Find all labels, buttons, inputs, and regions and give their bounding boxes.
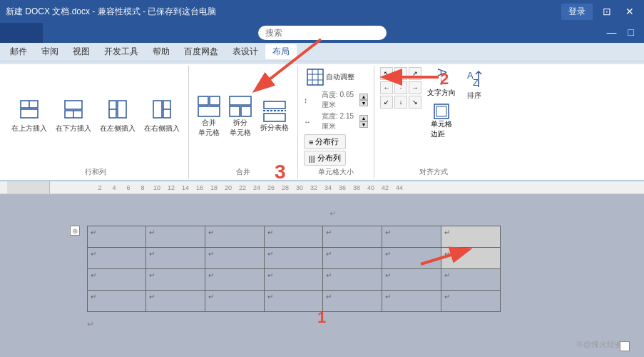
table-cell[interactable]: ↵ [382,269,441,291]
ruler-mark: 42 [378,184,392,191]
title-bar: 新建 DOCX 文档.docx - 兼容性模式 - 已保存到这台电脑 登录 ⊡ … [0,0,644,23]
size-controls: ↕ 高度: 0.65 厘米 ▲ ▼ ↔ 宽度: 2.15 厘米 ▲ ▼ [304,90,368,131]
table-cell[interactable]: ↵ [205,291,264,312]
search-input[interactable] [258,26,387,40]
split-table-button[interactable]: 拆分表格 [257,99,292,134]
table-cell-highlighted[interactable]: ↵ [441,226,500,248]
bottom-bar [620,341,630,351]
height-up-button[interactable]: ▲ [359,94,368,100]
menu-mail[interactable]: 邮件 [3,44,34,59]
close-button[interactable]: ✕ [621,4,638,19]
insert-below-button[interactable]: 在下方插入 [53,98,94,135]
table-cell[interactable]: ↵ [146,291,205,312]
svg-rect-3 [65,101,82,109]
auto-adjust-label: 自动调整 [326,72,354,82]
table-cell[interactable]: ↵ [323,291,382,312]
menu-table-design[interactable]: 表设计 [225,44,265,59]
insert-above-button[interactable]: 在上方插入 [9,98,50,135]
text-direction-button[interactable]: A→ 文字方向 [426,67,457,99]
height-down-button[interactable]: ▼ [359,100,368,106]
menu-review[interactable]: 审阅 [34,44,66,59]
table-cell[interactable]: ↵ [323,248,382,269]
sort-label: 排序 [467,91,481,101]
align-bottom-right-button[interactable]: ↘ [409,96,421,109]
width-down-button[interactable]: ▼ [359,121,368,128]
align-middle-center-button[interactable]: · [394,81,407,94]
table-cell[interactable]: ↵ [146,226,205,248]
menu-help[interactable]: 帮助 [145,44,177,59]
table-cell[interactable]: ↵ [205,226,264,248]
ruler-mark: 18 [207,184,221,191]
table-cell[interactable]: ↵ [441,269,500,291]
table-cell[interactable]: ↵ [146,269,205,291]
width-label: 宽度: 2.15 厘米 [322,111,357,131]
insert-right-label: 在右侧插入 [144,124,180,134]
align-middle-left-button[interactable]: ← [380,81,393,94]
cell-margin-button[interactable]: 单元格边距 [426,102,457,141]
merge-cells-label: 合并单元格 [198,118,220,138]
table-cell[interactable]: ↵ [205,248,264,269]
merge-cells-button[interactable]: 合并单元格 [195,94,223,139]
distribute-row-button[interactable]: ≡ 分布行 [304,134,346,149]
table-cell[interactable]: ↵ [323,269,382,291]
svg-rect-27 [436,106,446,116]
corner-checkbox[interactable] [620,341,630,351]
menu-baidu[interactable]: 百度网盘 [177,44,225,59]
ribbon-group-cell-size: 自动调整 ↕ 高度: 0.65 厘米 ▲ ▼ ↔ 宽度: 2.15 厘米 [298,66,374,178]
ruler-mark: 36 [335,184,349,191]
table-cell[interactable]: ↵ [87,226,146,248]
auto-adjust-button[interactable]: 自动调整 [304,67,357,87]
menu-view[interactable]: 视图 [66,44,97,59]
svg-text:Z: Z [473,77,479,88]
table-cell[interactable]: ↵ [87,291,146,312]
align-top-center-button[interactable]: ↑ [394,67,407,80]
ruler-mark: 6 [121,184,136,191]
table-cell[interactable]: ↵ [382,291,441,312]
table-cell[interactable]: ↵ [264,291,323,312]
table-cell[interactable]: ↵ [264,248,323,269]
distribute-col-button[interactable]: ||| 分布列 [304,151,346,166]
insert-left-button[interactable]: 在左侧插入 [97,98,138,135]
distribute-col-label: 分布列 [317,153,341,164]
svg-rect-12 [198,96,208,105]
ribbon-group-align: ↖ ↑ ↗ ← · → ↙ ↓ ↘ A→ 文字方向 [374,66,493,178]
table-cell[interactable]: ↵ [264,269,323,291]
ruler-mark: 30 [292,184,307,191]
ribbon: 在上方插入 在下方插入 [0,61,644,181]
table-cell[interactable]: ↵ [205,269,264,291]
align-middle-right-button[interactable]: → [409,81,421,94]
table-cell[interactable]: ↵ [323,226,382,248]
align-top-right-button[interactable]: ↗ [409,67,421,80]
table-cell[interactable]: ↵ [382,226,441,248]
minimize-button[interactable]: — [603,25,621,39]
maximize-button[interactable]: □ [624,25,638,39]
menu-bar: 邮件 审阅 视图 开发工具 帮助 百度网盘 表设计 布局 [0,43,644,61]
svg-rect-9 [153,101,162,118]
align-bottom-left-button[interactable]: ↙ [380,96,393,109]
table-cell[interactable]: ↵ [87,248,146,269]
paragraph-mark-below: ↵ [87,319,94,329]
table-move-handle[interactable]: ⊕ [70,226,80,236]
table-cell[interactable]: ↵ [146,248,205,269]
document-area[interactable]: ↵ ⊕ ↵ ↵ ↵ ↵ ↵ ↵ ↵ ↵ ↵ ↵ ↵ [0,194,644,357]
table-cell[interactable]: ↵ [441,291,500,312]
restore-button[interactable]: ⊡ [598,4,615,19]
menu-layout[interactable]: 布局 [265,44,297,59]
split-cells-button[interactable]: 拆分单元格 [226,94,255,139]
menu-devtools[interactable]: 开发工具 [97,44,145,59]
table-cell[interactable]: ↵ [264,226,323,248]
distribute-group: ≡ 分布行 ||| 分布列 [304,134,346,166]
table-cell[interactable]: ↵ [382,248,441,269]
width-up-button[interactable]: ▲ [359,115,368,121]
watermark: ※@烽火经验 [576,339,623,350]
svg-rect-7 [118,101,126,118]
login-button[interactable]: 登录 [561,4,593,20]
insert-right-button[interactable]: 在右侧插入 [141,98,183,135]
align-top-left-button[interactable]: ↖ [380,67,393,80]
align-bottom-center-button[interactable]: ↓ [394,96,407,109]
group-align-label: 对齐方式 [419,167,448,177]
table-cell[interactable]: ↵ [87,269,146,291]
table-cell-highlighted[interactable]: ↵ [441,248,500,269]
title-text: 新建 DOCX 文档.docx - 兼容性模式 - 已保存到这台电脑 [6,6,561,18]
sort-button[interactable]: A Z 排序 [461,67,487,102]
